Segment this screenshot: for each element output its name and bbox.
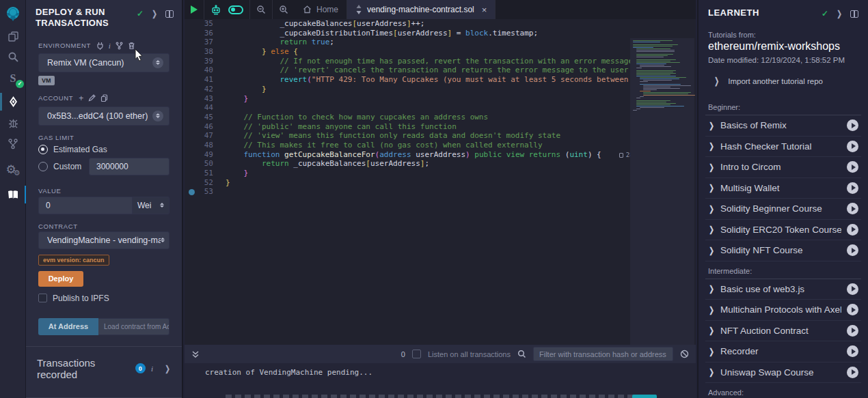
remix-ai-robot-icon[interactable] xyxy=(211,5,221,15)
code-line[interactable]: 43 } xyxy=(185,94,696,104)
environment-select-arrows-icon[interactable] xyxy=(152,57,163,68)
deploy-run-icon[interactable] xyxy=(0,91,26,112)
tutorial-expand-icon[interactable]: ❭ xyxy=(708,141,715,151)
copy-account-icon[interactable] xyxy=(100,94,108,102)
terminal-output[interactable]: creation of VendingMachine pending... xyxy=(185,363,696,398)
search-icon[interactable] xyxy=(0,46,26,67)
tutorial-expand-icon[interactable]: ❭ xyxy=(708,162,715,172)
tutorial-item[interactable]: ❭NFT Auction Contract xyxy=(705,321,861,342)
tutorial-item[interactable]: ❭Multisig Wallet xyxy=(705,178,861,199)
tutorial-expand-icon[interactable]: ❭ xyxy=(708,367,715,377)
code-line[interactable]: 38 } else { xyxy=(185,47,696,57)
start-tutorial-play-icon[interactable] xyxy=(847,325,858,337)
code-line[interactable]: 40 // 'revert' cancels the transaction a… xyxy=(185,66,696,75)
code-line[interactable]: 45 // Function to check how many cupcake… xyxy=(185,113,696,122)
start-tutorial-play-icon[interactable] xyxy=(847,203,858,214)
environment-select[interactable]: Remix VM (Cancun) xyxy=(38,53,169,72)
start-tutorial-play-icon[interactable] xyxy=(847,244,858,256)
code-line[interactable]: 49 function getCupcakeBalanceFor(address… xyxy=(185,150,696,160)
value-unit-select[interactable]: Wei xyxy=(133,197,169,214)
tutorial-item[interactable]: ❭Basic use of web3.js xyxy=(705,279,861,300)
pin-panel-icon[interactable] xyxy=(165,10,174,18)
tutorial-expand-icon[interactable]: ❭ xyxy=(708,183,715,193)
publish-to-ipfs-option[interactable]: Publish to IPFS xyxy=(38,294,169,303)
clear-console-icon[interactable] xyxy=(680,350,689,358)
learneth-chevron-icon[interactable]: ❭ xyxy=(836,9,843,18)
code-line[interactable]: 51 } xyxy=(185,169,696,178)
start-tutorial-play-icon[interactable] xyxy=(847,161,858,173)
close-tab-icon[interactable]: × xyxy=(482,5,487,15)
tutorial-item[interactable]: ❭Uniswap Swap Course xyxy=(705,363,861,384)
start-tutorial-play-icon[interactable] xyxy=(847,224,858,236)
tutorial-expand-icon[interactable]: ❭ xyxy=(708,305,715,315)
custom-gas-radio[interactable] xyxy=(38,162,48,171)
plug-icon[interactable] xyxy=(96,42,104,50)
estimated-gas-option[interactable]: Estimated Gas xyxy=(38,145,169,154)
contract-select[interactable]: VendingMachine - vending-machin xyxy=(38,231,169,249)
tutorial-item[interactable]: ❭Solidity NFT Course xyxy=(705,240,861,261)
start-tutorial-play-icon[interactable] xyxy=(847,304,858,315)
account-select[interactable]: 0x5B3...eddC4 (100 ether) xyxy=(38,106,169,126)
code-line[interactable]: 36 _cupcakeDistributionTimes[userAddress… xyxy=(185,29,696,38)
tutorial-expand-icon[interactable]: ❭ xyxy=(708,121,715,130)
code-editor[interactable]: 35 _cupcakeBalances[userAddress]++;36 _c… xyxy=(185,19,696,345)
solidity-compiler-icon[interactable]: S ✓ xyxy=(0,68,26,89)
at-address-input[interactable]: Load contract from Addres xyxy=(98,318,169,335)
learneth-pin-icon[interactable] xyxy=(850,10,858,18)
transactions-info-icon[interactable]: i xyxy=(151,365,153,373)
minimap[interactable] xyxy=(630,38,694,364)
learneth-plugin-icon[interactable] xyxy=(0,184,26,205)
chevron-right-icon[interactable]: ❭ xyxy=(151,9,158,18)
tutorial-item[interactable]: ❭Solidity ERC20 Token Course xyxy=(705,220,861,241)
terminal-search-icon[interactable] xyxy=(517,350,526,358)
environment-info-icon[interactable]: i xyxy=(109,42,111,50)
start-tutorial-play-icon[interactable] xyxy=(847,141,858,152)
debug-button-partial[interactable] xyxy=(632,395,657,398)
code-line[interactable]: 46 // 'public' means anyone can call thi… xyxy=(185,122,696,132)
terminal-filter-input[interactable]: Filter with transaction hash or address xyxy=(533,347,673,361)
code-line[interactable]: 42 } xyxy=(185,85,696,94)
add-account-icon[interactable]: + xyxy=(79,94,83,103)
remix-logo-icon[interactable] xyxy=(0,4,26,23)
start-tutorial-play-icon[interactable] xyxy=(847,367,858,378)
code-line[interactable]: 50 return _cupcakeBalances[userAddress]; xyxy=(185,159,696,169)
code-line[interactable]: 52} xyxy=(185,178,696,188)
code-line[interactable]: 48 // This makes it free to call (no gas… xyxy=(185,141,696,150)
value-input[interactable]: 0 xyxy=(38,197,133,214)
listen-all-transactions-checkbox[interactable] xyxy=(412,350,421,358)
sign-message-icon[interactable] xyxy=(88,94,96,102)
tutorial-item[interactable]: ❭Intro to Circom xyxy=(705,157,861,178)
code-line[interactable]: 35 _cupcakeBalances[userAddress]++; xyxy=(185,19,696,29)
zoom-out-button[interactable] xyxy=(250,0,273,19)
tutorial-expand-icon[interactable]: ❭ xyxy=(708,246,715,255)
tab-vending-machine-contract[interactable]: vending-machine-contract.sol × xyxy=(347,0,496,19)
transactions-recorded-row[interactable]: Transactions recorded 0 i ❭ xyxy=(26,346,182,390)
settings-icon[interactable]: ⚙⚙ xyxy=(0,157,26,182)
tutorial-expand-icon[interactable]: ❭ xyxy=(708,204,715,214)
start-tutorial-play-icon[interactable] xyxy=(847,182,858,194)
code-line[interactable]: 53 xyxy=(185,187,696,197)
fork-environment-icon[interactable] xyxy=(116,42,123,50)
start-tutorial-play-icon[interactable] xyxy=(847,119,858,131)
import-tutorial-repo[interactable]: ❭ Import another tutorial repo xyxy=(699,64,868,85)
code-line[interactable]: 41 revert("HTTP 429: Too Many Cupcakes (… xyxy=(185,75,696,85)
tutorial-item[interactable]: ❭Hash Checker Tutorial xyxy=(705,137,861,158)
tab-home[interactable]: Home xyxy=(295,0,347,19)
file-explorer-icon[interactable] xyxy=(0,26,26,46)
publish-ipfs-checkbox[interactable] xyxy=(38,294,47,302)
tutorial-item[interactable]: ❭Multichain Protocols with Axelar xyxy=(705,300,861,321)
estimated-gas-radio[interactable] xyxy=(38,145,48,154)
start-tutorial-play-icon[interactable] xyxy=(847,283,858,295)
tutorial-item[interactable]: ❭Basics of Remix xyxy=(705,115,861,137)
tutorial-item[interactable]: ❭Solidity Beginner Course xyxy=(705,199,861,220)
start-tutorial-play-icon[interactable] xyxy=(847,345,858,357)
tutorial-expand-icon[interactable]: ❭ xyxy=(708,326,715,335)
tutorial-expand-icon[interactable]: ❭ xyxy=(708,284,715,294)
at-address-button[interactable]: At Address xyxy=(38,318,98,335)
ai-copilot-controls[interactable] xyxy=(204,0,250,19)
debugger-icon[interactable] xyxy=(0,113,26,133)
code-line[interactable]: 47 // 'view' means this function only re… xyxy=(185,131,696,141)
code-line[interactable]: 37 return true; xyxy=(185,38,696,47)
gutter-marker-icon[interactable] xyxy=(189,189,195,195)
custom-gas-option[interactable]: Custom 3000000 xyxy=(38,158,169,175)
